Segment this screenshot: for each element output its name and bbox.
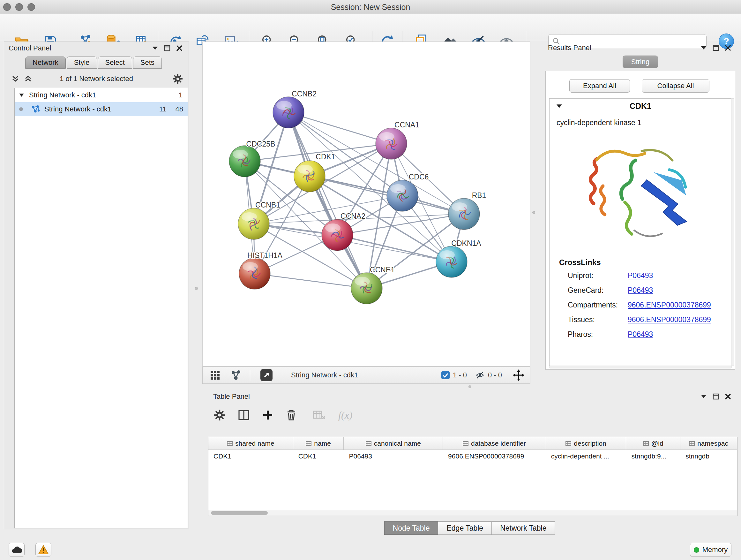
column-label: shared name — [235, 440, 274, 447]
node-label-ccnb1: CCNB1 — [255, 201, 280, 209]
cloud-status-button[interactable] — [9, 543, 24, 557]
table-horizontal-scrollbar[interactable] — [208, 510, 737, 516]
tab-sets[interactable]: Sets — [133, 57, 162, 69]
crosslinks-heading: CrossLinks — [559, 258, 731, 267]
edge-ccnb2-ccna1[interactable] — [288, 112, 391, 144]
table-header-database-identifier[interactable]: database identifier — [443, 437, 546, 449]
control-panel-title: Control Panel — [9, 44, 51, 52]
network-options-gear-icon[interactable] — [173, 74, 183, 84]
network-selection-row: 1 of 1 Network selected — [4, 72, 189, 86]
node-ccnb2[interactable] — [273, 97, 304, 128]
float-panel-icon[interactable] — [711, 44, 721, 52]
node-cdkn1a[interactable] — [436, 246, 467, 277]
title-bar: Session: New Session — [0, 0, 741, 14]
memory-button[interactable]: Memory — [690, 543, 731, 557]
node-label-ccna2: CCNA2 — [340, 212, 365, 220]
table-header-namespac[interactable]: namespac — [680, 437, 737, 449]
results-horizontal-scrollbar[interactable] — [549, 366, 732, 368]
network-share-icon[interactable] — [231, 370, 241, 380]
table-header-shared-name[interactable]: shared name — [208, 437, 293, 449]
network-collection-row[interactable]: String Network - cdk1 1 — [15, 88, 188, 102]
column-sort-icon — [565, 441, 571, 446]
crosslink-link[interactable]: P06493 — [628, 271, 653, 280]
table-header-canonical-name[interactable]: canonical name — [344, 437, 443, 449]
panel-menu-caret-icon[interactable] — [150, 44, 160, 52]
column-sort-icon — [306, 441, 312, 446]
node-ccna2[interactable] — [322, 219, 353, 251]
crosslink-link[interactable]: 9606.ENSP00000378699 — [628, 315, 711, 324]
memory-status-dot — [694, 547, 699, 553]
results-panel-header: Results Panel — [543, 42, 737, 54]
collapse-all-button[interactable]: Collapse All — [642, 79, 710, 92]
results-panel: Results Panel String Expand All Collapse… — [543, 42, 737, 374]
tab-node-table[interactable]: Node Table — [384, 521, 439, 535]
protein-card-header[interactable]: CDK1 — [549, 99, 731, 113]
node-label-ccne1: CCNE1 — [370, 266, 395, 274]
node-ccne1[interactable] — [351, 273, 382, 304]
float-panel-icon[interactable] — [711, 392, 721, 401]
crosslink-link[interactable]: P06493 — [628, 286, 653, 295]
bottom-splitter-handle[interactable] — [468, 385, 471, 388]
table-header--id[interactable]: @id — [626, 437, 680, 449]
tab-network[interactable]: Network — [25, 57, 66, 69]
show-columns-icon[interactable] — [238, 410, 250, 421]
column-label: @id — [651, 440, 664, 447]
add-column-icon[interactable] — [262, 410, 273, 421]
toolbar-separator — [250, 370, 250, 381]
node-cdc25b[interactable] — [229, 145, 260, 177]
close-panel-icon[interactable] — [175, 44, 184, 52]
table-scrollbar-thumb[interactable] — [211, 511, 268, 515]
table-settings-gear-icon[interactable] — [214, 409, 225, 421]
warning-icon — [38, 545, 49, 555]
memory-label: Memory — [702, 546, 728, 554]
right-splitter-handle[interactable] — [532, 211, 535, 214]
table-header-name[interactable]: name — [293, 437, 344, 449]
node-hist1h1a[interactable] — [239, 258, 270, 289]
selected-nodes-checkbox[interactable] — [441, 371, 450, 379]
tree-disclosure-icon[interactable] — [19, 94, 24, 97]
float-panel-icon[interactable] — [162, 44, 172, 52]
close-panel-icon[interactable] — [723, 44, 733, 52]
node-rb1[interactable] — [448, 198, 480, 230]
tab-network-table[interactable]: Network Table — [491, 521, 555, 535]
node-cdk1[interactable] — [294, 161, 325, 192]
table-panel: Table Panel f(x) shared namenamecanonica… — [202, 390, 737, 536]
results-vertical-scrollbar[interactable] — [731, 98, 734, 366]
tab-string[interactable]: String — [623, 56, 658, 68]
expand-all-tree-icon[interactable] — [24, 75, 31, 83]
crosslink-link[interactable]: 9606.ENSP00000378699 — [628, 301, 711, 309]
collapse-all-tree-icon[interactable] — [12, 75, 19, 83]
panel-menu-caret-icon[interactable] — [699, 392, 709, 401]
edge-ccnb2-ccne1[interactable] — [288, 112, 367, 288]
pan-move-icon[interactable] — [513, 369, 524, 381]
network-row-selected[interactable]: String Network - cdk1 11 48 — [15, 102, 188, 116]
node-ccnb1[interactable] — [238, 208, 269, 240]
tab-select[interactable]: Select — [98, 57, 132, 69]
column-sort-icon — [689, 441, 695, 446]
open-in-new-window-icon[interactable] — [260, 369, 273, 381]
crosslinks-list: Uniprot:P06493GeneCard:P06493Compartment… — [549, 268, 731, 341]
crosslink-link[interactable]: P06493 — [628, 330, 653, 339]
delete-column-trash-icon[interactable] — [286, 409, 297, 421]
left-splitter-handle[interactable] — [195, 287, 198, 290]
warning-status-button[interactable] — [36, 543, 51, 557]
panel-menu-caret-icon[interactable] — [699, 44, 709, 52]
birds-eye-grid-icon[interactable] — [210, 370, 220, 380]
expand-all-button[interactable]: Expand All — [569, 79, 630, 92]
string-app-icon — [31, 105, 40, 114]
column-sort-icon — [463, 441, 468, 446]
node-cdc6[interactable] — [387, 180, 418, 211]
window-title: Session: New Session — [0, 3, 741, 12]
hidden-eye-icon[interactable] — [475, 371, 485, 380]
collapse-all-label: Collapse All — [657, 82, 694, 90]
table-row[interactable]: CDK1CDK1P064939606.ENSP00000378699cyclin… — [208, 450, 737, 462]
table-header-description[interactable]: description — [546, 437, 626, 449]
edge-hist1h1a-ccne1[interactable] — [255, 273, 367, 288]
network-view-title: String Network - cdk1 — [291, 371, 358, 379]
network-canvas[interactable]: CCNB2CCNA1CDC25BCDK1CDC6RB1CCNB1CCNA2CDK… — [202, 42, 530, 367]
tab-style[interactable]: Style — [67, 57, 97, 69]
node-ccna1[interactable] — [376, 128, 407, 159]
tab-edge-table[interactable]: Edge Table — [438, 521, 492, 535]
close-panel-icon[interactable] — [723, 392, 733, 401]
node-label-ccnb2: CCNB2 — [292, 90, 317, 98]
